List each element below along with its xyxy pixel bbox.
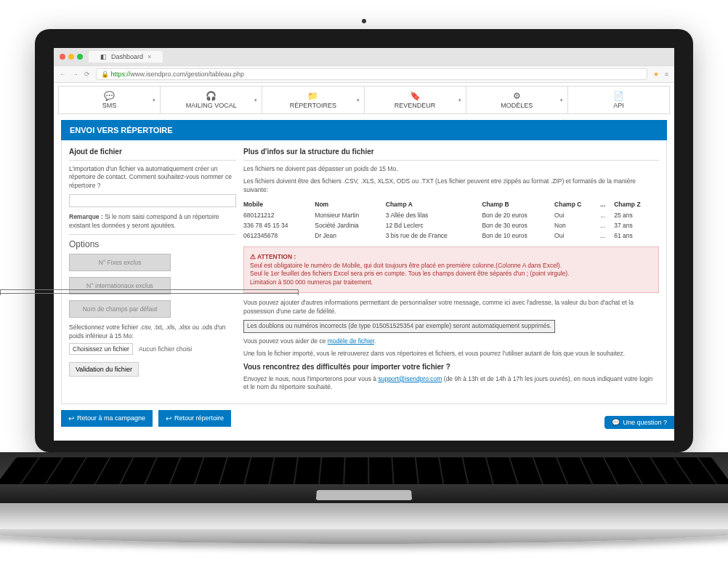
address-bar[interactable]: 🔒 https://www.isendpro.com/gestion/table… — [96, 68, 647, 80]
external-callout-line — [0, 289, 298, 294]
headset-icon: 🎧 — [161, 91, 262, 101]
attention-alert: ⚠ ATTENTION : Seul est obligatoire le nu… — [243, 246, 659, 293]
url-path: www.isendpro.com/gestion/tableau.php — [131, 71, 245, 78]
laptop-mockup: ◧ Dashboard × ← → ⟳ 🔒 https://www.isendp… — [35, 29, 693, 544]
nav-sms[interactable]: 💬SMS▾ — [59, 87, 161, 113]
folder-icon: 📁 — [262, 91, 363, 101]
table-row: 336 78 45 15 34Société Jardinia12 Bd Lec… — [243, 220, 659, 230]
lock-icon: 🔒 — [101, 71, 109, 78]
directory-name-input[interactable] — [69, 194, 236, 207]
chevron-down-icon: ▾ — [560, 97, 563, 103]
back-arrow-icon: ↩ — [68, 414, 74, 422]
back-to-directory-button[interactable]: ↩Retour répertoire — [158, 410, 231, 427]
nav-modeles[interactable]: ⚙MODÈLES▾ — [466, 87, 568, 113]
sms-icon: 💬 — [59, 91, 160, 101]
table-row: 680121212Monsieur Martin3 Allée des lila… — [243, 210, 659, 220]
chevron-down-icon: ▾ — [153, 97, 155, 103]
support-email-link[interactable]: support@isendpro.com — [378, 375, 442, 382]
table-header: Mobile — [243, 198, 315, 210]
file-size-text: Les fichiers ne doivent pas dépasser un … — [243, 165, 659, 173]
gear-icon: ⚙ — [466, 91, 567, 101]
nav-label: API — [613, 102, 624, 109]
chevron-down-icon: ▾ — [357, 97, 360, 103]
url-protocol: https:// — [111, 71, 131, 78]
nav-repertoires[interactable]: 📁RÉPERTOIRES▾ — [262, 87, 364, 113]
main-nav: 💬SMS▾ 🎧MAILING VOCAL▾ 📁RÉPERTOIRES▾ 🔖REV… — [58, 86, 670, 114]
trouble-heading: Vous rencontrez des difficultés pour imp… — [243, 363, 659, 371]
validate-file-button[interactable]: Validation du fichier — [69, 362, 139, 377]
choose-file-button[interactable]: Choisissez un fichier — [69, 343, 133, 355]
table-header: Champ C — [554, 198, 600, 210]
table-row: 0612345678Dr Jean3 bis rue de de FranceB… — [243, 230, 659, 241]
duplicate-removal-callout: Les doublons ou numéros incorrects (de t… — [243, 320, 555, 332]
option-default-fieldnames[interactable]: Nom de champs par défaut — [69, 300, 171, 318]
maximize-window-icon[interactable] — [77, 54, 83, 60]
laptop-camera — [362, 19, 366, 23]
file-format-text: Les fichiers doivent être des fichiers .… — [243, 177, 659, 194]
forward-icon[interactable]: → — [72, 71, 78, 78]
nav-revendeur[interactable]: 🔖REVENDEUR▾ — [365, 87, 466, 113]
nav-api[interactable]: 📄API — [568, 87, 669, 113]
file-status: Aucun fichier choisi — [139, 345, 192, 353]
browser-tab[interactable]: ◧ Dashboard × — [89, 51, 163, 63]
after-import-text: Une fois le fichier importé, vous le ret… — [243, 350, 659, 358]
back-to-campaign-button[interactable]: ↩Retour à ma campagne — [61, 410, 153, 427]
nav-label: SMS — [102, 102, 117, 109]
laptop-trackpad — [316, 490, 413, 500]
minimize-window-icon[interactable] — [68, 54, 74, 60]
template-link-text: Vous pouvez vous aider de ce modèle de f… — [243, 337, 659, 345]
support-text: Envoyez le nous, nous l'importerons pour… — [243, 375, 659, 392]
browser-chrome: ◧ Dashboard × ← → ⟳ 🔒 https://www.isendp… — [54, 48, 674, 83]
table-header: ... — [600, 198, 614, 210]
chevron-down-icon: ▾ — [458, 97, 461, 103]
nav-label: MODÈLES — [501, 102, 533, 109]
table-header: Champ A — [386, 198, 482, 210]
window-controls[interactable] — [54, 54, 89, 60]
close-window-icon[interactable] — [60, 54, 65, 60]
laptop-front-edge — [0, 529, 728, 544]
file-template-link[interactable]: modèle de fichier — [328, 337, 374, 345]
laptop-keyboard — [0, 452, 728, 503]
close-tab-icon[interactable]: × — [147, 53, 151, 60]
bookmark-icon[interactable]: ★ — [653, 71, 659, 78]
menu-icon[interactable]: ≡ — [665, 71, 668, 78]
intro-text: L'importation d'un fichier va automatiqu… — [69, 165, 236, 190]
options-heading: Options — [69, 239, 236, 249]
help-question-tab[interactable]: 💬 Une question ? — [604, 416, 674, 429]
file-info-heading: Plus d'infos sur la structure du fichier — [243, 148, 659, 156]
back-icon[interactable]: ← — [60, 71, 66, 78]
option-fixes-exclus[interactable]: N° Fixes exclus — [69, 254, 171, 271]
file-select-help: Sélectionnez votre fichier .csv, .txt, .… — [69, 324, 236, 340]
nav-label: REVENDEUR — [395, 102, 436, 109]
chat-icon: 💬 — [612, 419, 620, 426]
back-arrow-icon: ↩ — [166, 414, 171, 422]
add-file-heading: Ajout de fichier — [69, 148, 236, 156]
page-title: ENVOI VERS RÉPERTOIRE — [61, 120, 667, 140]
document-icon: 📄 — [568, 91, 669, 101]
tab-title: Dashboard — [111, 53, 143, 60]
reload-icon[interactable]: ⟳ — [84, 71, 90, 78]
remark-text: Remarque : Si le nom saisi correspond à … — [69, 213, 236, 230]
nav-label: MAILING VOCAL — [186, 102, 237, 109]
bookmark-icon: 🔖 — [365, 91, 466, 101]
tab-favicon: ◧ — [100, 53, 107, 60]
warning-icon: ⚠ — [250, 253, 256, 260]
example-table: MobileNomChamp AChamp BChamp C...Champ Z… — [243, 198, 659, 241]
nav-mailing-vocal[interactable]: 🎧MAILING VOCAL▾ — [161, 87, 262, 113]
chevron-down-icon: ▾ — [254, 97, 257, 103]
table-header: Champ Z — [614, 198, 659, 210]
table-header: Champ B — [482, 198, 554, 210]
nav-label: RÉPERTOIRES — [290, 102, 336, 109]
personalize-text: Vous pouvez ajouter d'autres information… — [243, 299, 659, 316]
table-header: Nom — [315, 198, 386, 210]
